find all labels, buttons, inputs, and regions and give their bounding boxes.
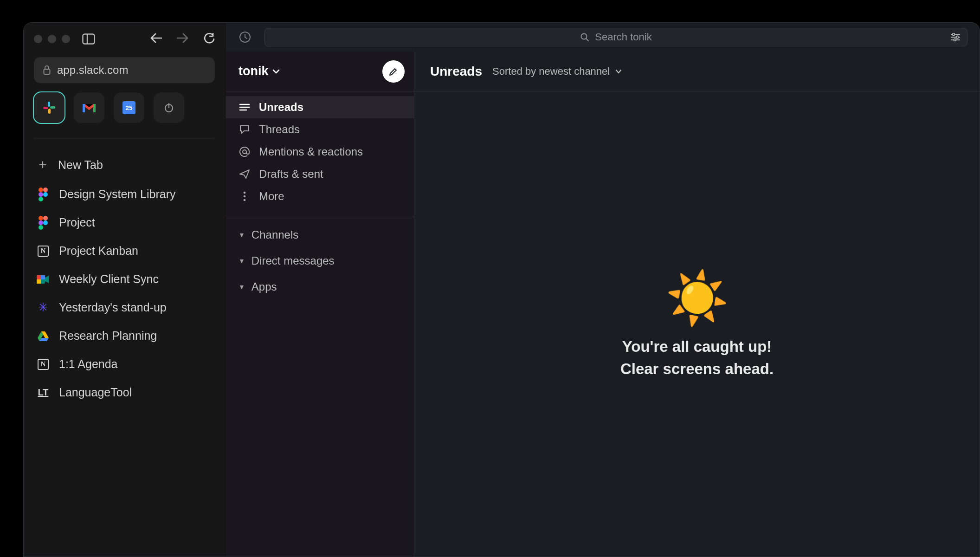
nav-label: Threads [259,123,300,136]
sort-label: Sorted by newest channel [492,65,610,78]
lock-icon [43,65,51,75]
browser-tab[interactable]: Design System Library [34,180,215,208]
empty-text: You're all caught up! Clear screens ahea… [620,336,774,380]
sections: ▼Channels▼Direct messages▼Apps [226,216,414,300]
more-icon [239,191,251,201]
tab-label: Design System Library [59,188,175,201]
compose-icon [388,66,399,77]
svg-rect-4 [50,106,55,109]
svg-point-29 [953,33,955,36]
sun-emoji: ☀️ [665,272,729,324]
tab-label: Weekly Client Sync [59,272,159,286]
nav-list: UnreadsThreadsMentions & reactionsDrafts… [226,91,414,212]
svg-point-39 [244,192,246,194]
pinned-slack[interactable] [34,92,64,123]
back-icon[interactable] [150,33,162,45]
nav-drafts[interactable]: Drafts & sent [226,163,414,185]
browser-tab[interactable]: LTLanguageTool [34,378,215,407]
nav-label: Unreads [259,101,303,114]
sidebar-toggle-icon[interactable] [82,33,95,45]
traffic-lights[interactable] [34,35,70,43]
plus-icon: + [37,157,49,173]
svg-point-16 [39,216,43,220]
svg-point-19 [43,220,48,225]
traffic-max[interactable] [62,35,70,43]
search-icon [580,32,589,42]
browser-tab[interactable]: N1:1 Agenda [34,350,215,378]
section-apps[interactable]: ▼Apps [226,274,414,300]
svg-point-41 [244,199,246,201]
nav-threads[interactable]: Threads [226,118,414,141]
traffic-close[interactable] [34,35,42,43]
slack-body: tonik UnreadsThreadsMentions & reactions… [226,52,980,557]
svg-rect-7 [83,104,85,112]
tab-label: Project [59,216,95,229]
browser-tab[interactable]: Weekly Client Sync [34,265,215,293]
drive-icon [37,330,50,343]
svg-line-27 [587,39,589,41]
svg-rect-2 [44,69,50,74]
svg-point-17 [43,216,48,220]
svg-point-38 [243,150,246,154]
svg-rect-24 [37,275,41,279]
main-header: Unreads Sorted by newest channel [414,52,980,91]
empty-state: ☀️ You're all caught up! Clear screens a… [414,91,980,557]
search-bar[interactable]: Search tonik [264,28,967,46]
calendar-icon: 25 [122,101,135,114]
divider [34,138,215,138]
svg-point-31 [956,36,959,39]
browser-sidebar: app.slack.com [24,23,226,557]
tab-label: Project Kanban [59,244,138,258]
meet-icon [37,273,50,286]
drafts-icon [239,169,251,179]
pinned-power[interactable] [154,92,184,123]
figma-icon [37,216,50,229]
traffic-min[interactable] [48,35,56,43]
nav-mentions[interactable]: Mentions & reactions [226,141,414,163]
sort-control[interactable]: Sorted by newest channel [492,65,622,78]
url-bar[interactable]: app.slack.com [34,57,215,83]
history-button[interactable] [236,28,254,46]
svg-rect-0 [83,34,95,44]
new-tab-label: New Tab [58,158,103,172]
gmail-icon [82,102,97,113]
search-placeholder: Search tonik [595,31,651,43]
caret-down-icon: ▼ [239,283,245,291]
browser-tab[interactable]: Project [34,208,215,237]
url-text: app.slack.com [57,64,128,77]
slack-app: Search tonik tonik [226,23,980,557]
browser-tab[interactable]: ✳Yesterday's stand-up [34,293,215,322]
section-channels[interactable]: ▼Channels [226,222,414,248]
chevron-down-icon [615,69,622,74]
browser-tab[interactable]: NProject Kanban [34,237,215,265]
tab-label: LanguageTool [59,386,132,399]
slack-icon [42,101,56,115]
browser-tab[interactable]: Research Planning [34,322,215,350]
pinned-row: 25 [34,92,215,123]
pinned-gcal[interactable]: 25 [114,92,144,123]
mentions-icon [239,146,251,157]
slack-main: Unreads Sorted by newest channel ☀️ You'… [414,52,980,557]
workspace-header[interactable]: tonik [226,52,414,91]
notion-icon: N [37,358,50,371]
power-icon [163,102,174,113]
reload-icon[interactable] [204,33,215,45]
svg-point-14 [43,192,48,197]
filter-icon[interactable] [950,33,961,41]
section-label: Channels [251,228,298,241]
svg-point-33 [954,39,956,41]
new-tab-button[interactable]: + New Tab [34,149,215,180]
compose-button[interactable] [382,60,405,83]
tab-label: 1:1 Agenda [59,357,118,371]
nav-more[interactable]: More [226,185,414,207]
section-direct-messages[interactable]: ▼Direct messages [226,248,414,274]
forward-icon[interactable] [177,33,189,45]
unreads-icon [239,103,251,111]
pinned-gmail[interactable] [74,92,104,123]
caret-down-icon: ▼ [239,231,245,239]
nav-unreads[interactable]: Unreads [226,96,414,118]
app-window: app.slack.com [23,22,980,557]
section-label: Apps [251,280,277,293]
lt-icon: LT [37,386,50,399]
workspace-name[interactable]: tonik [239,64,280,78]
